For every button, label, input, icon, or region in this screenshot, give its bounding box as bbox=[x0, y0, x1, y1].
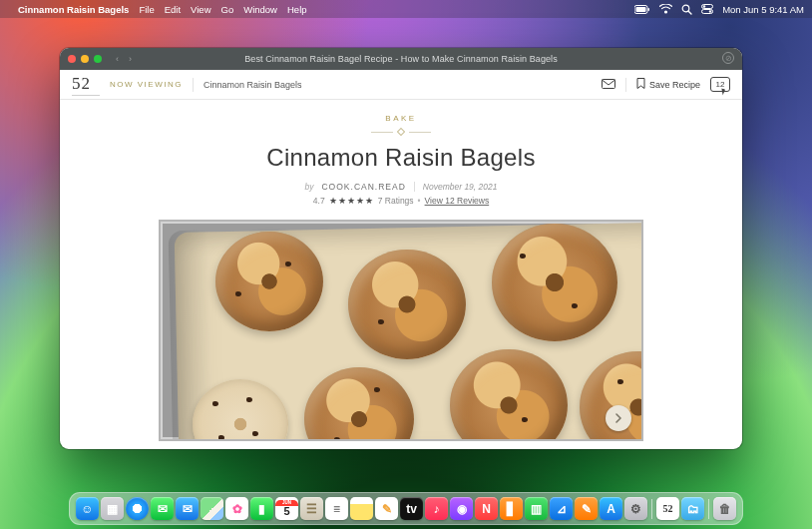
svg-rect-1 bbox=[636, 7, 646, 12]
mac-menubar: Cinnamon Raisin Bagels File Edit View Go… bbox=[0, 0, 812, 18]
dock-app-food52[interactable]: 52 bbox=[656, 497, 679, 520]
dock-app-maps[interactable] bbox=[201, 497, 223, 520]
dock-app-desktop-folder[interactable]: 🗂 bbox=[681, 497, 704, 520]
chevron-right-icon bbox=[613, 413, 623, 423]
dock-app-trash[interactable]: 🗑 bbox=[713, 497, 736, 520]
dock-app-launchpad[interactable]: ▦ bbox=[101, 497, 124, 520]
dock-app-appstore[interactable]: A bbox=[600, 497, 622, 520]
site-logo[interactable]: 52 bbox=[72, 74, 100, 96]
dock-app-music[interactable]: ♪ bbox=[425, 497, 448, 520]
dock-app-calendar[interactable]: JUN5 bbox=[275, 497, 298, 520]
ornament-divider bbox=[371, 128, 431, 136]
rating-value: 4.7 bbox=[313, 196, 325, 206]
close-icon[interactable] bbox=[68, 55, 76, 63]
dock: ☺▦✉✉✿▮JUN5☰≡✎tv♪◉N▋▥⊿✎A⚙52🗂🗑 bbox=[69, 492, 743, 525]
dock-app-facetime[interactable]: ▮ bbox=[250, 497, 273, 520]
view-reviews-link[interactable]: View 12 Reviews bbox=[425, 196, 490, 206]
recipe-author-link[interactable]: COOK.CAN.READ bbox=[321, 182, 405, 192]
dock-app-photos[interactable]: ✿ bbox=[225, 497, 248, 520]
dock-app-finder[interactable]: ☺ bbox=[76, 497, 99, 520]
dock-app-pages[interactable]: ✎ bbox=[575, 497, 598, 520]
rating-count: 7 Ratings bbox=[378, 196, 414, 206]
dock-app-tv[interactable]: tv bbox=[400, 497, 423, 520]
wifi-icon[interactable] bbox=[659, 4, 672, 14]
toolbar-separator bbox=[625, 78, 626, 92]
comment-count: 12 bbox=[716, 80, 725, 89]
dock-separator bbox=[651, 499, 652, 519]
dock-app-messages[interactable]: ✉ bbox=[151, 497, 174, 520]
menubar-item-go[interactable]: Go bbox=[221, 4, 234, 15]
window-title: Best Cinnamon Raisin Bagel Recipe - How … bbox=[60, 54, 742, 64]
menubar-item-edit[interactable]: Edit bbox=[165, 4, 181, 15]
dock-app-news[interactable]: N bbox=[475, 497, 498, 520]
battery-icon[interactable] bbox=[634, 5, 650, 14]
menubar-item-help[interactable]: Help bbox=[287, 4, 307, 15]
toolbar-separator bbox=[193, 78, 194, 92]
save-recipe-button[interactable]: Save Recipe bbox=[636, 78, 700, 91]
dock-app-numbers[interactable]: ▥ bbox=[525, 497, 548, 520]
bookmark-icon bbox=[636, 78, 645, 91]
dock-app-contacts[interactable]: ☰ bbox=[300, 497, 323, 520]
recipe-hero-image bbox=[159, 220, 643, 441]
info-icon[interactable]: ⊘ bbox=[722, 52, 734, 64]
zoom-icon[interactable] bbox=[94, 55, 102, 63]
rating-stars-icon: ★★★★★ bbox=[329, 196, 374, 206]
recipe-window: ‹ › Best Cinnamon Raisin Bagel Recipe - … bbox=[60, 48, 742, 449]
dock-app-podcasts[interactable]: ◉ bbox=[450, 497, 473, 520]
dock-app-notes[interactable] bbox=[350, 497, 373, 520]
byline-separator bbox=[414, 182, 415, 192]
svg-point-7 bbox=[703, 5, 705, 7]
menubar-item-file[interactable]: File bbox=[139, 4, 154, 15]
now-viewing-label: NOW VIEWING bbox=[110, 80, 183, 89]
svg-point-3 bbox=[665, 11, 667, 13]
control-center-icon[interactable] bbox=[701, 4, 713, 14]
dock-app-reminders[interactable]: ≡ bbox=[325, 497, 348, 520]
nav-forward-icon[interactable]: › bbox=[129, 54, 132, 64]
comments-button[interactable]: 12 bbox=[710, 77, 730, 92]
dock-app-safari[interactable] bbox=[126, 497, 149, 520]
mail-icon[interactable] bbox=[602, 79, 615, 91]
dock-app-keynote[interactable]: ⊿ bbox=[550, 497, 573, 520]
recipe-date: November 19, 2021 bbox=[423, 182, 498, 192]
dock-app-settings[interactable]: ⚙ bbox=[624, 497, 647, 520]
menubar-app-name[interactable]: Cinnamon Raisin Bagels bbox=[18, 4, 129, 15]
dock-app-freeform[interactable]: ✎ bbox=[375, 497, 398, 520]
svg-point-9 bbox=[709, 10, 711, 12]
dot-separator: • bbox=[418, 196, 421, 206]
recipe-category[interactable]: BAKE bbox=[60, 114, 742, 123]
now-viewing-title[interactable]: Cinnamon Raisin Bagels bbox=[203, 80, 302, 90]
byline-by: by bbox=[305, 182, 314, 192]
nav-back-icon[interactable]: ‹ bbox=[116, 54, 119, 64]
recipe-title: Cinnamon Raisin Bagels bbox=[60, 144, 742, 172]
dock-app-mail[interactable]: ✉ bbox=[176, 497, 199, 520]
window-titlebar[interactable]: ‹ › Best Cinnamon Raisin Bagel Recipe - … bbox=[60, 48, 742, 70]
recipe-content: BAKE Cinnamon Raisin Bagels by COOK.CAN.… bbox=[60, 100, 742, 441]
spotlight-icon[interactable] bbox=[681, 4, 692, 15]
dock-separator bbox=[708, 499, 709, 519]
recipe-toolbar: 52 NOW VIEWING Cinnamon Raisin Bagels Sa… bbox=[60, 70, 742, 100]
menubar-clock[interactable]: Mon Jun 5 9:41 AM bbox=[722, 4, 804, 15]
svg-rect-2 bbox=[648, 8, 649, 11]
hero-next-button[interactable] bbox=[606, 405, 631, 431]
minimize-icon[interactable] bbox=[81, 55, 89, 63]
svg-line-5 bbox=[688, 11, 691, 14]
menubar-item-window[interactable]: Window bbox=[243, 4, 277, 15]
menubar-item-view[interactable]: View bbox=[191, 4, 210, 15]
save-recipe-label: Save Recipe bbox=[649, 80, 700, 90]
dock-app-books[interactable]: ▋ bbox=[500, 497, 523, 520]
svg-rect-10 bbox=[602, 79, 614, 88]
